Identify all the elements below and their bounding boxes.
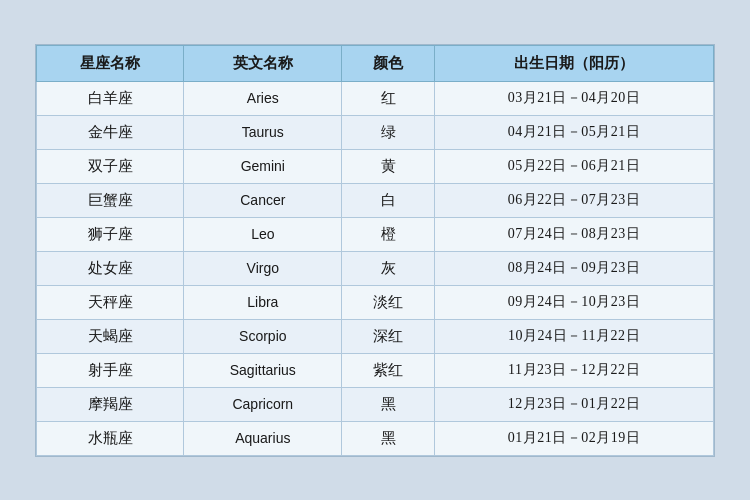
cell-date: 11月23日－12月22日 [435,353,714,387]
cell-english-name: Scorpio [184,319,342,353]
cell-chinese-name: 巨蟹座 [37,183,184,217]
cell-color: 黑 [342,421,435,455]
table-row: 金牛座Taurus绿04月21日－05月21日 [37,115,714,149]
table-row: 摩羯座Capricorn黑12月23日－01月22日 [37,387,714,421]
cell-chinese-name: 天蝎座 [37,319,184,353]
cell-date: 07月24日－08月23日 [435,217,714,251]
cell-chinese-name: 射手座 [37,353,184,387]
cell-chinese-name: 摩羯座 [37,387,184,421]
cell-english-name: Sagittarius [184,353,342,387]
cell-english-name: Taurus [184,115,342,149]
cell-color: 黑 [342,387,435,421]
table-row: 水瓶座Aquarius黑01月21日－02月19日 [37,421,714,455]
table-row: 处女座Virgo灰08月24日－09月23日 [37,251,714,285]
cell-date: 10月24日－11月22日 [435,319,714,353]
cell-color: 淡红 [342,285,435,319]
header-date: 出生日期（阳历） [435,45,714,81]
cell-color: 绿 [342,115,435,149]
cell-english-name: Libra [184,285,342,319]
cell-date: 09月24日－10月23日 [435,285,714,319]
cell-chinese-name: 双子座 [37,149,184,183]
cell-english-name: Gemini [184,149,342,183]
cell-date: 03月21日－04月20日 [435,81,714,115]
cell-chinese-name: 天秤座 [37,285,184,319]
cell-color: 白 [342,183,435,217]
cell-date: 06月22日－07月23日 [435,183,714,217]
cell-date: 12月23日－01月22日 [435,387,714,421]
table-row: 白羊座Aries红03月21日－04月20日 [37,81,714,115]
cell-date: 05月22日－06月21日 [435,149,714,183]
cell-date: 04月21日－05月21日 [435,115,714,149]
cell-chinese-name: 白羊座 [37,81,184,115]
cell-english-name: Leo [184,217,342,251]
cell-color: 黄 [342,149,435,183]
zodiac-table-container: 星座名称 英文名称 颜色 出生日期（阳历） 白羊座Aries红03月21日－04… [35,44,715,457]
cell-english-name: Capricorn [184,387,342,421]
cell-color: 灰 [342,251,435,285]
table-row: 狮子座Leo橙07月24日－08月23日 [37,217,714,251]
table-header-row: 星座名称 英文名称 颜色 出生日期（阳历） [37,45,714,81]
cell-english-name: Aries [184,81,342,115]
header-color: 颜色 [342,45,435,81]
header-english-name: 英文名称 [184,45,342,81]
cell-chinese-name: 水瓶座 [37,421,184,455]
cell-chinese-name: 金牛座 [37,115,184,149]
cell-color: 橙 [342,217,435,251]
zodiac-table: 星座名称 英文名称 颜色 出生日期（阳历） 白羊座Aries红03月21日－04… [36,45,714,456]
table-row: 射手座Sagittarius紫红11月23日－12月22日 [37,353,714,387]
cell-english-name: Cancer [184,183,342,217]
cell-english-name: Virgo [184,251,342,285]
table-row: 巨蟹座Cancer白06月22日－07月23日 [37,183,714,217]
cell-date: 01月21日－02月19日 [435,421,714,455]
cell-english-name: Aquarius [184,421,342,455]
cell-color: 红 [342,81,435,115]
cell-color: 深红 [342,319,435,353]
table-row: 天秤座Libra淡红09月24日－10月23日 [37,285,714,319]
table-row: 双子座Gemini黄05月22日－06月21日 [37,149,714,183]
header-chinese-name: 星座名称 [37,45,184,81]
table-row: 天蝎座Scorpio深红10月24日－11月22日 [37,319,714,353]
cell-color: 紫红 [342,353,435,387]
table-body: 白羊座Aries红03月21日－04月20日金牛座Taurus绿04月21日－0… [37,81,714,455]
cell-chinese-name: 处女座 [37,251,184,285]
cell-date: 08月24日－09月23日 [435,251,714,285]
cell-chinese-name: 狮子座 [37,217,184,251]
